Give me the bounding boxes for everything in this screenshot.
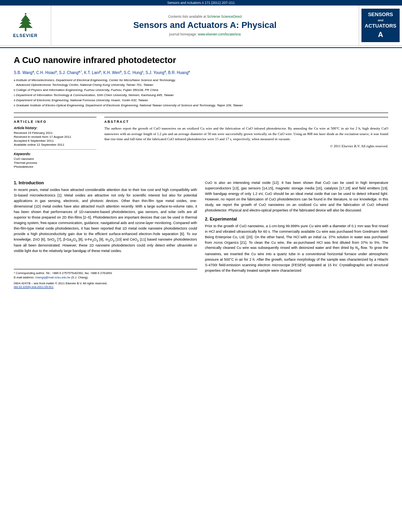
footnote-email-label: E-mail address: xyxy=(14,276,34,279)
affiliations: a Institute of Microelectronics, Departm… xyxy=(14,78,388,108)
elsevier-logo: ELSEVIER xyxy=(0,6,51,45)
elsevier-text: ELSEVIER xyxy=(13,33,37,38)
header-content: ELSEVIER Contents lists available at Sci… xyxy=(0,6,402,46)
affiliation-d: d Department of Electronic Engineering, … xyxy=(14,98,388,103)
author-hung: S.C. Hung xyxy=(124,70,142,75)
received-date: Received 15 February 2011 xyxy=(14,131,96,135)
revised-date: Received in revised form 17 August 2011 xyxy=(14,135,96,139)
footnote-email: E-mail address: changsj@mail.ncku.edu.tw… xyxy=(14,276,197,279)
top-bar: Sensors and Actuators A 171 (2011) 207–2… xyxy=(0,0,402,6)
journal-center: Contents lists available at SciVerse Sci… xyxy=(51,6,359,45)
journal-issue: Sensors and Actuators A 171 (2011) 207–2… xyxy=(167,1,235,5)
author-hsiao: C.H. Hsiao xyxy=(36,70,55,75)
sensors-logo-actuators: ACTUATORS xyxy=(365,22,396,30)
doi-line: doi:10.1016/j.sna.2011.09.011 xyxy=(14,285,197,289)
body-left-col: 1. Introduction In recent years, metal o… xyxy=(14,180,197,289)
sensors-logo-a: A xyxy=(365,30,396,40)
keywords-label: Keywords: xyxy=(14,152,96,156)
abstract-copyright: © 2011 Elsevier B.V. All rights reserved… xyxy=(104,144,388,149)
abstract-body: The authors report the growth of CuO nan… xyxy=(104,126,388,141)
footnote-email-address: changsj@mail.ncku.edu.tw xyxy=(35,276,70,279)
body-two-col: 1. Introduction In recent years, metal o… xyxy=(14,180,388,289)
section-cuo-intro: CuO is also an interesting metal oxide [… xyxy=(205,180,389,213)
affiliation-a: a Institute of Microelectronics, Departm… xyxy=(14,78,388,87)
footnote-email-person: (S.J. Chang). xyxy=(71,276,89,279)
section2-para: Prior to the growth of CuO nanowires, a … xyxy=(205,224,389,274)
article-info-box: ARTICLE INFO Article history: Received 1… xyxy=(14,117,96,169)
affiliation-b: b College of Physics and Information Eng… xyxy=(14,88,388,93)
abstract-box: ABSTRACT The authors report the growth o… xyxy=(104,117,388,149)
separator xyxy=(14,113,388,113)
sciverse-link[interactable]: SciVerse ScienceDirect xyxy=(207,15,242,19)
article-info-col: ARTICLE INFO Article history: Received 1… xyxy=(14,117,96,174)
sensors-logo-sensors: SENSORS xyxy=(365,11,396,18)
authors-line: S.B. Wanga, C.H. Hsiaoa, S.J. Changa,*, … xyxy=(14,70,388,75)
abstract-text: The authors report the growth of CuO nan… xyxy=(104,126,388,149)
article-title: A CuO nanowire infrared photodetector xyxy=(14,55,388,65)
elsevier-tree-icon xyxy=(14,13,37,32)
journal-homepage: journal homepage: www.elsevier.com/locat… xyxy=(169,32,241,36)
author-wang: S.B. Wang xyxy=(14,70,32,75)
author-chang: S.J. Chang xyxy=(59,70,78,75)
sciverse-line: Contents lists available at SciVerse Sci… xyxy=(168,15,242,19)
homepage-link[interactable]: www.elsevier.com/locate/sna xyxy=(198,32,241,36)
available-date: Available online 12 September 2011 xyxy=(14,143,96,146)
footnote-star: * Corresponding author. Tel.: +886 6 275… xyxy=(14,271,197,275)
body-content: 1. Introduction In recent years, metal o… xyxy=(14,180,388,289)
sensors-logo-box: SENSORS and ACTUATORS A xyxy=(359,6,402,45)
section2-heading: 2. Experimental xyxy=(205,217,389,221)
section1-heading: 1. Introduction xyxy=(14,180,197,185)
abstract-label: ABSTRACT xyxy=(104,120,388,124)
history-label: Article history: xyxy=(14,126,96,130)
footnote-bar: * Corresponding author. Tel.: +886 6 275… xyxy=(14,269,197,279)
journal-title: Sensors and Actuators A: Physical xyxy=(133,20,277,30)
homepage-text: journal homepage: xyxy=(169,32,197,36)
keyword-3: Photodetector xyxy=(14,165,96,169)
accepted-date: Accepted 6 September 2011 xyxy=(14,139,96,143)
sensors-logo-and: and xyxy=(365,18,396,22)
issn-line: 0924-4247/$ – see front matter © 2011 El… xyxy=(14,282,197,285)
doi-link[interactable]: doi:10.1016/j.sna.2011.09.011 xyxy=(14,285,54,289)
affiliation-c: c Department of Information Technology &… xyxy=(14,93,388,98)
affiliation-e: e Graduate Institute of Electro-Optical … xyxy=(14,103,388,108)
info-abstract-row: ARTICLE INFO Article history: Received 1… xyxy=(14,117,388,174)
sciverse-text: Contents lists available at xyxy=(168,15,206,19)
author-young: S.J. Young xyxy=(146,70,165,75)
main-content: A CuO nanowire infrared photodetector S.… xyxy=(0,48,402,297)
body-right-col: CuO is also an interesting metal oxide [… xyxy=(205,180,389,289)
keyword-1: CuO nanowire xyxy=(14,157,96,161)
author-lam: K.T. Lam xyxy=(84,70,99,75)
keyword-2: Thermal process xyxy=(14,161,96,165)
abstract-col: ABSTRACT The authors report the growth o… xyxy=(104,117,388,174)
svg-marker-3 xyxy=(19,21,33,28)
author-huang: B.R. Huang xyxy=(168,70,189,75)
author-wen: K.H. Wen xyxy=(103,70,120,75)
section1-para1: In recent years, metal oxides have attra… xyxy=(14,187,197,254)
elsevier-tree-svg xyxy=(14,13,37,32)
svg-point-4 xyxy=(25,13,26,15)
sensors-logo-inner: SENSORS and ACTUATORS A xyxy=(361,9,399,42)
page: Sensors and Actuators A 171 (2011) 207–2… xyxy=(0,0,402,532)
journal-header: Sensors and Actuators A 171 (2011) 207–2… xyxy=(0,0,402,48)
article-info-label: ARTICLE INFO xyxy=(14,120,96,124)
article-history: Article history: Received 15 February 20… xyxy=(14,126,96,150)
keywords-box: Keywords: CuO nanowire Thermal process P… xyxy=(14,152,96,169)
